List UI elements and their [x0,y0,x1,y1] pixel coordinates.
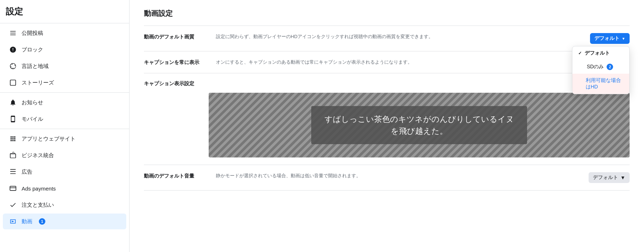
setting-row-video-quality: 動画のデフォルト画質 設定に関わらず、動画プレイヤーのHDアイコンをクリックすれ… [144,26,630,51]
setting-desc-captions-always: オンにすると、キャプションのある動画では常にキャプションが表示されるようになりま… [216,59,579,66]
apps-icon [9,134,17,143]
sidebar-item-label: 動画 [22,218,32,225]
divider-4 [144,190,630,191]
sidebar-item-label: Ads payments [22,185,56,192]
business-icon [9,151,17,160]
sidebar-item-label: ブロック [22,46,43,53]
quality-option-label: デフォルト [585,50,610,56]
caption-display-label: キャプション表示設定 [144,81,194,87]
checkmark-icon: ✓ [578,51,582,56]
sidebar-item-label: ビジネス統合 [22,152,54,159]
sidebar-item-label: 言語と地域 [22,63,49,70]
setting-row-default-volume: 動画のデフォルト音量 静かモードが選択されている場合、動画は低い音量で開始されま… [144,165,630,190]
quality-dropdown-button[interactable]: デフォルト ▼ [590,33,630,44]
setting-label-default-volume: 動画のデフォルト音量 [144,172,209,179]
volume-dropdown-label: デフォルト [593,174,618,181]
setting-action-video-quality: デフォルト ▼ ✓ デフォルト SDのみ 2 利用可能な場合はHD [586,33,630,44]
videos-badge: 1 [39,218,45,225]
quality-option-sd[interactable]: SDのみ 2 [572,60,629,74]
bell-icon [9,98,17,107]
quality-option-hd[interactable]: 利用可能な場合はHD [572,74,629,94]
setting-desc-video-quality: 設定に関わらず、動画プレイヤーのHDアイコンをクリックすれば視聴中の動画の画質を… [216,33,579,40]
sidebar-divider-mid [0,92,129,93]
quality-dropdown-menu: ✓ デフォルト SDのみ 2 利用可能な場合はHD [572,46,630,94]
volume-dropdown-button[interactable]: デフォルト ▼ [589,172,630,183]
quality-option-label: SDのみ [587,64,604,70]
sidebar-item-label: モバイル [22,116,43,123]
svg-rect-1 [10,186,16,191]
sidebar-item-stories[interactable]: ストーリーズ [3,75,126,91]
sidebar-item-ads[interactable]: 広告 [3,164,126,180]
chevron-down-icon: ▼ [622,37,625,41]
sidebar-item-language-region[interactable]: 言語と地域 [3,58,126,74]
orders-icon [9,201,17,209]
video-icon [9,217,17,226]
quality-option-label: 利用可能な場合はHD [586,77,623,90]
caption-text: すばしっこい茶色のキツネがのんびりしているイヌを飛び越えた。 [322,113,516,137]
quality-dropdown-label: デフォルト [594,35,620,42]
language-icon [9,62,17,70]
setting-desc-default-volume: 静かモードが選択されている場合、動画は低い音量で開始されます。 [216,172,579,179]
mobile-icon [9,115,17,123]
block-icon [9,45,17,54]
sidebar-item-mobile[interactable]: モバイル [3,111,126,127]
sidebar-item-orders-payments[interactable]: 注文と支払い [3,197,126,213]
svg-rect-0 [10,80,16,86]
caption-preview: すばしっこい茶色のキツネがのんびりしているイヌを飛び越えた。 [209,93,630,157]
sidebar-title: 設定 [0,6,129,22]
chevron-down-icon: ▼ [620,175,625,180]
sidebar-item-ads-payments[interactable]: Ads payments [3,180,126,196]
sidebar-divider-top [0,23,129,23]
svg-marker-3 [12,221,14,223]
sidebar-item-apps-websites[interactable]: アプリとウェブサイト [3,131,126,147]
sidebar-item-business-integration[interactable]: ビジネス統合 [3,147,126,163]
sidebar-item-block[interactable]: ブロック [3,42,126,58]
sidebar-item-label: 広告 [22,169,32,175]
setting-row-captions-always: キャプションを常に表示 オンにすると、キャプションのある動画では常にキャプション… [144,51,630,73]
quality-option-default[interactable]: ✓ デフォルト [572,46,629,60]
caption-text-box: すばしっこい茶色のキツネがのんびりしているイヌを飛び越えた。 [311,106,527,144]
posts-icon [9,29,17,37]
sidebar-item-label: お知らせ [22,99,43,106]
setting-row-caption-display: キャプション表示設定 編集 すばしっこい茶色のキツネがのんびりしているイヌを飛び… [144,73,630,165]
setting-label-captions-always: キャプションを常に表示 [144,59,209,66]
stories-icon [9,78,17,87]
sidebar-item-public-posts[interactable]: 公開投稿 [3,25,126,41]
setting-action-default-volume: デフォルト ▼ [586,172,630,183]
caption-header: キャプション表示設定 編集 [144,81,630,87]
page-title: 動画設定 [144,9,630,18]
main-content: 動画設定 動画のデフォルト画質 設定に関わらず、動画プレイヤーのHDアイコンをク… [130,0,644,252]
sidebar-item-label: 注文と支払い [22,202,54,209]
ads-icon [9,168,17,176]
sidebar-item-label: ストーリーズ [22,79,54,86]
sd-badge: 2 [607,64,613,70]
sidebar-item-notifications[interactable]: お知らせ [3,95,126,110]
sidebar-item-label: 公開投稿 [22,30,43,37]
sidebar: 設定 公開投稿 ブロック 言語と地域 ストーリーズ お知らせ [0,0,130,252]
setting-label-video-quality: 動画のデフォルト画質 [144,33,209,40]
sidebar-item-label: アプリとウェブサイト [22,136,76,142]
sidebar-divider-mid2 [0,129,129,129]
ads-payments-icon [9,184,17,193]
sidebar-item-videos[interactable]: 動画 1 [3,214,126,229]
